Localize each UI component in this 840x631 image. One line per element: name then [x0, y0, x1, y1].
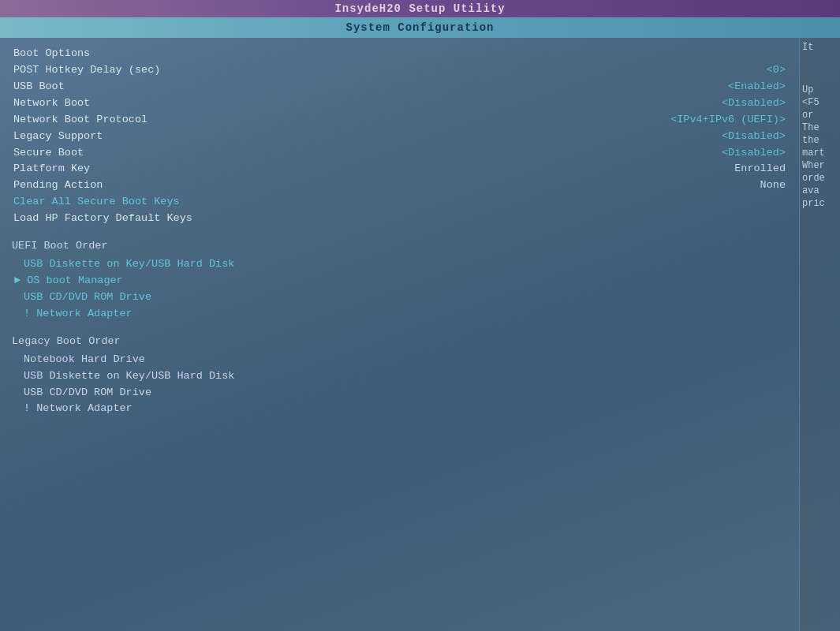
menu-item-legacy-support[interactable]: Legacy Support <Disabled> — [12, 129, 787, 145]
right-panel-item-6: the — [802, 135, 838, 146]
center-panel: Boot Options POST Hotkey Delay (sec) <0>… — [0, 38, 799, 631]
uefi-boot-section: UEFI Boot Order USB Diskette on Key/USB … — [12, 238, 787, 323]
config-title: System Configuration — [345, 21, 494, 34]
clear-secure-boot-label: Clear All Secure Boot Keys — [13, 194, 180, 211]
platform-key-label: Platform Key — [13, 161, 90, 177]
menu-item-clear-secure-boot[interactable]: Clear All Secure Boot Keys — [12, 194, 787, 211]
legacy-item-usb-dvd[interactable]: USB CD/DVD ROM Drive — [12, 385, 787, 401]
pending-action-label: Pending Action — [13, 177, 103, 194]
network-boot-protocol-label: Network Boot Protocol — [13, 112, 147, 129]
post-hotkey-label: POST Hotkey Delay (sec) — [13, 62, 160, 79]
right-panel: It Up <F5 or The the mart Wher orde ava … — [799, 38, 840, 631]
secure-boot-value: <Disabled> — [722, 145, 786, 162]
right-panel-item-9: orde — [802, 173, 838, 184]
right-panel-item-8: Wher — [802, 160, 838, 171]
right-panel-item-7: mart — [802, 147, 838, 159]
uefi-item-usb-dvd[interactable]: USB CD/DVD ROM Drive — [12, 289, 787, 306]
legacy-item-network-adapter[interactable]: ! Network Adapter — [12, 401, 787, 417]
load-hp-keys-label: Load HP Factory Default Keys — [13, 211, 192, 227]
bios-screen: InsydeH20 Setup Utility System Configura… — [0, 0, 840, 631]
network-boot-label: Network Boot — [13, 95, 90, 112]
menu-item-network-boot[interactable]: Network Boot <Disabled> — [12, 95, 787, 112]
uefi-item-usb-diskette[interactable]: USB Diskette on Key/USB Hard Disk — [12, 256, 787, 273]
right-panel-item-4: or — [802, 110, 838, 121]
menu-item-network-boot-protocol[interactable]: Network Boot Protocol <IPv4+IPv6 (UEFI)> — [12, 112, 787, 129]
legacy-support-value: <Disabled> — [722, 129, 786, 145]
post-hotkey-value: <0> — [767, 62, 786, 79]
utility-title: InsydeH20 Setup Utility — [334, 2, 505, 15]
menu-item-post-hotkey[interactable]: POST Hotkey Delay (sec) <0> — [12, 62, 787, 79]
right-panel-item-1: It — [802, 42, 838, 53]
legacy-boot-section: Legacy Boot Order Notebook Hard Drive US… — [12, 334, 787, 418]
top-bar: InsydeH20 Setup Utility — [0, 0, 840, 17]
menu-item-usb-boot[interactable]: USB Boot <Enabled> — [12, 79, 787, 95]
right-panel-item-11: pric — [802, 198, 838, 209]
menu-item-pending-action[interactable]: Pending Action None — [12, 177, 787, 194]
uefi-boot-header: UEFI Boot Order — [12, 238, 787, 255]
pending-action-value: None — [760, 177, 786, 194]
uefi-item-os-boot[interactable]: ► OS boot Manager — [12, 273, 787, 289]
right-panel-item-5: The — [802, 122, 838, 133]
menu-item-secure-boot[interactable]: Secure Boot <Disabled> — [12, 145, 787, 162]
right-panel-item-10: ava — [802, 185, 838, 196]
network-boot-value: <Disabled> — [722, 95, 786, 112]
network-boot-protocol-value: <IPv4+IPv6 (UEFI)> — [670, 112, 786, 129]
menu-item-boot-options[interactable]: Boot Options — [12, 46, 787, 62]
main-content: Boot Options POST Hotkey Delay (sec) <0>… — [0, 38, 840, 631]
menu-item-load-hp-keys[interactable]: Load HP Factory Default Keys — [12, 211, 787, 227]
platform-key-value: Enrolled — [734, 161, 786, 177]
config-bar: System Configuration — [0, 17, 840, 38]
boot-options-label: Boot Options — [13, 46, 90, 62]
usb-boot-value: <Enabled> — [728, 79, 786, 95]
legacy-support-label: Legacy Support — [13, 129, 103, 145]
legacy-item-usb-diskette[interactable]: USB Diskette on Key/USB Hard Disk — [12, 368, 787, 385]
menu-item-platform-key[interactable]: Platform Key Enrolled — [12, 161, 787, 177]
usb-boot-label: USB Boot — [13, 79, 65, 95]
secure-boot-label: Secure Boot — [13, 145, 84, 162]
uefi-item-network-adapter[interactable]: ! Network Adapter — [12, 306, 787, 323]
legacy-boot-header: Legacy Boot Order — [12, 334, 787, 350]
legacy-item-notebook-hdd[interactable]: Notebook Hard Drive — [12, 352, 787, 368]
right-panel-item-2: Up — [802, 84, 838, 95]
right-panel-item-3: <F5 — [802, 97, 838, 108]
